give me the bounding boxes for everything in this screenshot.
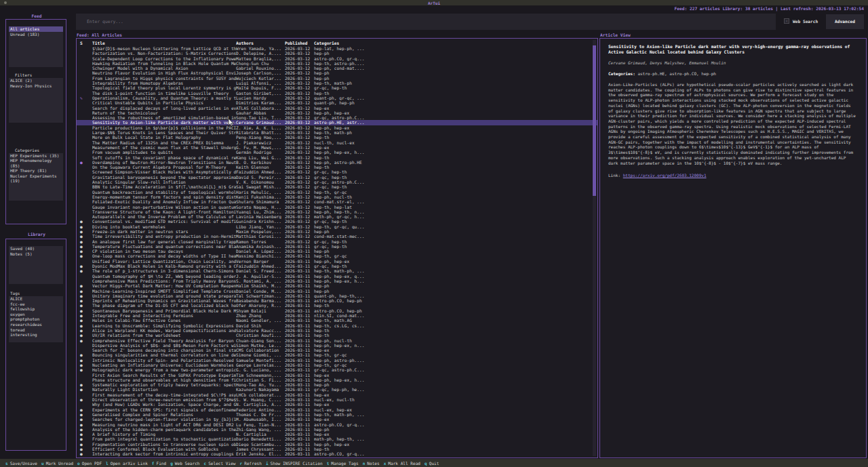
article-row[interactable]: ●Diving into booklet wormholesLibo Jiang… <box>77 224 597 229</box>
shortcut-t[interactable]: tManage Tags <box>327 461 359 466</box>
article-row[interactable]: Critical Unstable Qubits in Particle Phy… <box>77 100 597 105</box>
sidebar-item-feed[interactable]: Unread (183) <box>9 32 63 37</box>
article-row[interactable]: The disk 1-point function in timelike Li… <box>77 91 597 96</box>
shortcut-r[interactable]: rRefresh <box>240 461 262 466</box>
article-row[interactable]: ●Experiments at the CERN SPS: first sign… <box>77 407 597 412</box>
article-row[interactable]: ●Direct observation of three-neutron emi… <box>77 397 597 402</box>
article-row[interactable]: ●One-loop mass corrections and decay wid… <box>77 253 597 258</box>
article-row[interactable]: From vacuum amplitudes to qubitsGermán R… <box>77 150 597 155</box>
article-row[interactable]: Quantum tomography of $H \to ZZ, WW$ bey… <box>77 274 597 279</box>
article-row[interactable]: From Lagrangian to Higgs physics constra… <box>77 76 597 81</box>
article-arxiv-link[interactable]: https://arxiv.org/pdf/2603.12009v1 <box>623 173 707 178</box>
article-row[interactable]: Search for displaced decays of long-live… <box>77 106 597 110</box>
sidebar-item-library[interactable]: Saved (40) <box>9 246 63 251</box>
article-row[interactable]: Foliated-Exotic Duality and Anomaly Infl… <box>77 199 597 204</box>
article-row[interactable]: ●An analogue first law for general close… <box>77 239 597 244</box>
search-input[interactable] <box>76 14 776 30</box>
article-row[interactable]: ●Bouncing singularities and thermal corr… <box>77 352 597 357</box>
shortcut-g[interactable]: gWeb Search <box>170 461 199 466</box>
article-row[interactable]: ●Comprehensive Effective Field Theory An… <box>77 338 597 343</box>
sidebar-item-category[interactable]: HEP Theory (81) <box>9 168 63 173</box>
shortcut-f[interactable]: fFind <box>152 461 166 466</box>
article-row[interactable]: ●Unitary imaginary time evolution and gr… <box>77 293 597 298</box>
article-row[interactable]: ●Machine-Learning-Inspired SMEFT Simplif… <box>77 289 597 293</box>
shortcut-n[interactable]: nNotes <box>363 461 380 466</box>
article-row[interactable]: First measurement of the decay-time-inte… <box>77 392 597 397</box>
sidebar-item-feed[interactable]: All articles <box>9 26 63 32</box>
article-row[interactable]: ●Searches for charged-lepton-flavor viol… <box>77 417 597 422</box>
article-row[interactable]: Energy-momentum tensor form factors and … <box>77 195 597 199</box>
article-row[interactable]: ●Nucleating an Inflationary Universe: Eu… <box>77 363 597 367</box>
article-row[interactable]: ●Integrable Free and Interacting Fermion… <box>77 313 597 318</box>
article-row[interactable]: Search for Z' bosons decaying into charg… <box>77 348 597 352</box>
article-row[interactable]: Quantum backreaction and stability of to… <box>77 190 597 195</box>
article-row[interactable]: ●Time irreversibility and entropy produc… <box>77 234 597 239</box>
article-row[interactable]: Measurement of the cosmic muon flux at t… <box>77 145 597 150</box>
article-row[interactable]: The Matter Radius of 132Sn and the CREX-… <box>77 140 597 145</box>
sidebar-item-library[interactable]: Notes (5) <box>9 251 63 257</box>
sidebar-item-category[interactable]: Nuclear Experiments (19) <box>9 174 63 184</box>
article-row[interactable]: Particle productions in $p\bar{p}$ colli… <box>77 125 597 130</box>
article-row[interactable]: On the Sugawara Current Algebra Proposal… <box>77 165 597 169</box>
article-row[interactable]: ●Overdamping of Neutron-Mirror-Neutron T… <box>77 160 597 165</box>
article-row[interactable]: ●Generalised Complex and Spinor Relation… <box>77 412 597 417</box>
sidebar-item-tag[interactable]: fcc-ee <box>9 302 63 307</box>
article-row[interactable]: More on Bulk Local State in Flat Hologra… <box>77 135 597 140</box>
article-row[interactable]: Topological field theory plus local Lore… <box>77 85 597 90</box>
sidebar-item-tag[interactable]: fellowship <box>9 306 63 312</box>
sidebar-item-tag[interactable]: promptphoton <box>9 317 63 322</box>
article-row[interactable]: Factorization vs. Non-Factorization: S-M… <box>77 51 597 56</box>
shortcut-s[interactable]: sSave/Unsave <box>5 461 37 466</box>
sidebar-item-tag[interactable]: ALICE <box>9 296 63 302</box>
article-row[interactable]: ●Fragmentation contributions to transver… <box>77 442 597 447</box>
sidebar-item-filter[interactable]: Heavy-Ion Physics <box>9 83 63 89</box>
sidebar-item-category[interactable]: HEP Experiments (35) <box>9 153 63 158</box>
shortcut-q[interactable]: qQuit <box>425 461 439 466</box>
article-row[interactable]: ●Holographic dark energy from a new two-… <box>77 367 597 372</box>
article-row[interactable]: ●Alice in Warpland: KK modes, Warped Com… <box>77 328 597 333</box>
article-row[interactable]: Analytic Singular Slow-roll InflationV. … <box>77 180 597 184</box>
article-row[interactable]: ●Interacting dark sector from intrinsic … <box>77 451 597 456</box>
article-row[interactable]: ●From path integral quantization to stoc… <box>77 436 597 441</box>
article-row[interactable]: Autoparallels and the Inverse Problem of… <box>77 214 597 219</box>
article-row[interactable]: ●Holes in Calabi-Yau Effective ConesNaom… <box>77 318 597 323</box>
article-row[interactable]: Why (and How) LGADs Work: Ionization, Sp… <box>77 402 597 407</box>
article-row[interactable]: Schwinger Model with a Dynamical AxionGa… <box>77 66 597 70</box>
sidebar-item-tag[interactable]: interesting <box>9 332 63 338</box>
article-row[interactable]: ●Learning to Unscramble: Simplifying Sym… <box>77 323 597 328</box>
article-row[interactable]: ✎Operationalism, Causality, and Quantum … <box>77 96 597 100</box>
list-scrollbar-thumb[interactable] <box>593 45 596 196</box>
article-row[interactable]: Large-$N$ Torus Knots in Lens Spaces and… <box>77 130 597 135</box>
article-row[interactable]: ●Spontaneous Baryogenesis and Primordial… <box>77 308 597 313</box>
article-row[interactable]: ●Intrinsic Nonlocality of Spin- and Pola… <box>77 358 597 363</box>
shortcut-u[interactable]: uMark Unread <box>41 461 73 466</box>
shortcut-l[interactable]: lOpen arXiv Link <box>106 461 148 466</box>
article-row[interactable]: ●Freeze-in dark matter in neutron starsM… <box>77 229 597 234</box>
sidebar-item-tag[interactable]: researchideas <box>9 322 63 327</box>
article-row[interactable]: ●CP violation in two meson tau decaysDan… <box>77 249 597 253</box>
article-row[interactable]: Transverse Structure of the Kaon: A ligh… <box>77 209 597 214</box>
article-row[interactable]: Gauge invariant non-perturbative Wilson … <box>77 205 597 209</box>
list-scrollbar-track[interactable] <box>593 40 596 456</box>
article-row[interactable]: Gravitational baryogenesis beyond the sp… <box>77 175 597 180</box>
web-search-toggle[interactable]: ✕ Web Search <box>784 18 818 24</box>
article-row[interactable]: ●Temperature Fluctuations and quantum co… <box>77 244 597 249</box>
article-row[interactable]: Neutrino Flavor Evolution in High Flux A… <box>77 70 597 75</box>
article-row[interactable]: Hawking Radiation from Tunneling in Blac… <box>77 61 597 66</box>
sidebar-item-tag[interactable]: oxygen <box>9 312 63 317</box>
article-row[interactable]: Assessing the robustness of amortized si… <box>77 115 597 120</box>
shortcut-o[interactable]: oOpen PDF <box>77 461 102 466</box>
article-row[interactable]: ●Imprints of Reheating Dynamics on Gravi… <box>77 298 597 303</box>
article-row[interactable]: ●Efficient Conformal Block Evaluation wi… <box>77 447 597 451</box>
article-row[interactable]: Screened Simpson-Visser Black Holes with… <box>77 169 597 174</box>
article-row[interactable]: Dispersive Analysis of $D$- and $B$-Meso… <box>77 343 597 348</box>
sidebar-item-tag[interactable]: toread <box>9 327 63 333</box>
article-row[interactable]: ●The role of p_1-structures in 3-dimensi… <box>77 268 597 273</box>
article-row[interactable]: Comprehensive Mass Predictions: From Tri… <box>77 279 597 283</box>
article-row[interactable]: ●UV/IR relations from the worldsheetChri… <box>77 333 597 338</box>
article-row[interactable]: Scale-Dependent Loop Corrections to the … <box>77 56 597 61</box>
article-row[interactable]: ●Systematic exploration of triply heavy … <box>77 382 597 387</box>
article-row[interactable]: ●Dyonic ModMax Black Holes in Kalb-Ramon… <box>77 264 597 268</box>
article-row[interactable]: ●Conventional vs. modified GTD metrics: … <box>77 219 597 224</box>
article-row[interactable]: Integrability from Homotopy AlgebrasLuig… <box>77 81 597 85</box>
